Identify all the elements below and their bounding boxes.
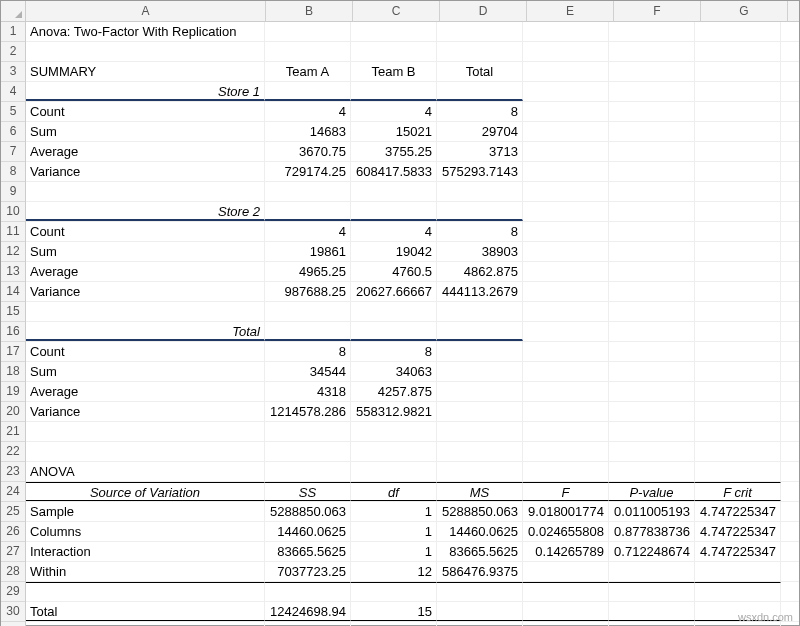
total-label[interactable]: Total xyxy=(26,322,265,341)
row-header-30[interactable]: 30 xyxy=(1,602,25,622)
row-header-13[interactable]: 13 xyxy=(1,262,25,282)
row-header-31[interactable]: 31 xyxy=(1,622,25,626)
row-header-18[interactable]: 18 xyxy=(1,362,25,382)
row-header-26[interactable]: 26 xyxy=(1,522,25,542)
anova-hdr-ss[interactable]: SS xyxy=(265,482,351,501)
row-header-22[interactable]: 22 xyxy=(1,442,25,462)
store1-count-c[interactable]: 4 xyxy=(351,102,437,121)
col-header-G[interactable]: G xyxy=(701,1,788,21)
row-header-28[interactable]: 28 xyxy=(1,562,25,582)
anova-hdr-f[interactable]: F xyxy=(523,482,609,501)
watermark: wsxdn.com xyxy=(738,611,793,623)
row-header-9[interactable]: 9 xyxy=(1,182,25,202)
col-header-D[interactable]: D xyxy=(440,1,527,21)
row-header-25[interactable]: 25 xyxy=(1,502,25,522)
row-header-2[interactable]: 2 xyxy=(1,42,25,62)
row-headers: 1234567891011121314151617181920212223242… xyxy=(1,22,26,626)
title-cell[interactable]: Anova: Two-Factor With Replication xyxy=(26,22,265,41)
anova-hdr-p[interactable]: P-value xyxy=(609,482,695,501)
store1-count-d[interactable]: 8 xyxy=(437,102,523,121)
store1-label[interactable]: Store 1 xyxy=(26,82,265,101)
col-header-F[interactable]: F xyxy=(614,1,701,21)
hdr-total[interactable]: Total xyxy=(437,62,523,81)
row-header-4[interactable]: 4 xyxy=(1,82,25,102)
row-header-23[interactable]: 23 xyxy=(1,462,25,482)
row-header-8[interactable]: 8 xyxy=(1,162,25,182)
store1-count-b[interactable]: 4 xyxy=(265,102,351,121)
row-header-6[interactable]: 6 xyxy=(1,122,25,142)
col-header-C[interactable]: C xyxy=(353,1,440,21)
anova-hdr-fcrit[interactable]: F crit xyxy=(695,482,781,501)
spreadsheet: A B C D E F G 12345678910111213141516171… xyxy=(0,0,800,626)
row-header-21[interactable]: 21 xyxy=(1,422,25,442)
store2-label[interactable]: Store 2 xyxy=(26,202,265,221)
anova-hdr-ms[interactable]: MS xyxy=(437,482,523,501)
row-header-12[interactable]: 12 xyxy=(1,242,25,262)
row-header-3[interactable]: 3 xyxy=(1,62,25,82)
row-header-11[interactable]: 11 xyxy=(1,222,25,242)
row-header-29[interactable]: 29 xyxy=(1,582,25,602)
row-header-14[interactable]: 14 xyxy=(1,282,25,302)
row-header-1[interactable]: 1 xyxy=(1,22,25,42)
row-header-20[interactable]: 20 xyxy=(1,402,25,422)
store1-count-label[interactable]: Count xyxy=(26,102,265,121)
store1-var-label[interactable]: Variance xyxy=(26,162,265,181)
hdr-teamA[interactable]: Team A xyxy=(265,62,351,81)
row-header-5[interactable]: 5 xyxy=(1,102,25,122)
anova-label[interactable]: ANOVA xyxy=(26,462,265,481)
anova-hdr-sov[interactable]: Source of Variation xyxy=(26,482,265,501)
anova-hdr-df[interactable]: df xyxy=(351,482,437,501)
row-header-27[interactable]: 27 xyxy=(1,542,25,562)
row-header-7[interactable]: 7 xyxy=(1,142,25,162)
summary-label[interactable]: SUMMARY xyxy=(26,62,265,81)
select-all-corner[interactable] xyxy=(1,1,26,21)
store1-sum-label[interactable]: Sum xyxy=(26,122,265,141)
column-headers: A B C D E F G xyxy=(1,1,799,22)
col-header-E[interactable]: E xyxy=(527,1,614,21)
col-header-A[interactable]: A xyxy=(26,1,266,21)
grid[interactable]: Anova: Two-Factor With Replication SUMMA… xyxy=(26,22,799,626)
row-header-17[interactable]: 17 xyxy=(1,342,25,362)
row-header-15[interactable]: 15 xyxy=(1,302,25,322)
col-header-B[interactable]: B xyxy=(266,1,353,21)
hdr-teamB[interactable]: Team B xyxy=(351,62,437,81)
row-header-16[interactable]: 16 xyxy=(1,322,25,342)
row-header-24[interactable]: 24 xyxy=(1,482,25,502)
store1-avg-label[interactable]: Average xyxy=(26,142,265,161)
row-header-10[interactable]: 10 xyxy=(1,202,25,222)
row-header-19[interactable]: 19 xyxy=(1,382,25,402)
